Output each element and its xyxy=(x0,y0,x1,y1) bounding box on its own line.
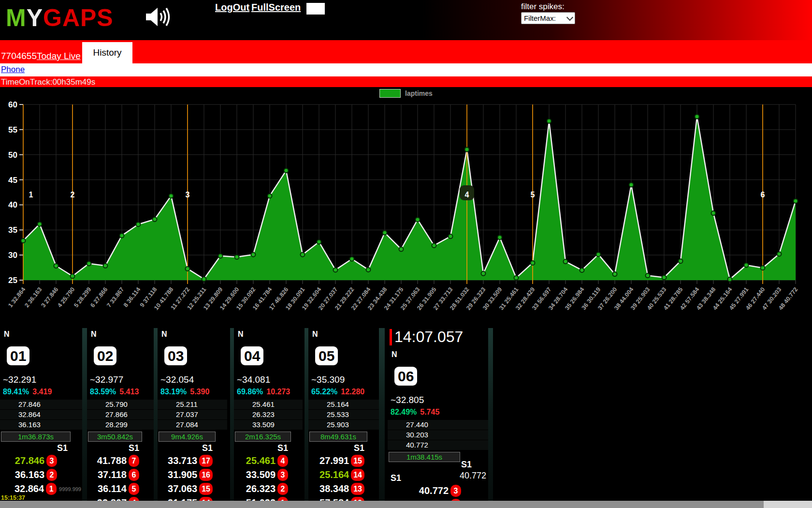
lap-point xyxy=(186,267,190,271)
logout-link[interactable]: LogOut xyxy=(215,2,249,13)
s1-row: 38.34813 xyxy=(308,482,379,496)
session-panels: N01~32.29189.41%3.41927.84632.86436.1631… xyxy=(0,328,812,508)
x-axis-label: 7 33.867 xyxy=(105,286,125,309)
x-axis-label: 8 36.114 xyxy=(122,286,142,308)
chevron-down-icon xyxy=(566,14,573,20)
session-marker-label: 3 xyxy=(186,191,190,199)
legend-label: laptimes xyxy=(405,90,433,97)
lap-point xyxy=(218,254,223,258)
s1-row: 33.5093 xyxy=(234,468,303,482)
svg-text:25: 25 xyxy=(8,276,17,285)
lap-point xyxy=(87,261,91,266)
lap-point xyxy=(481,271,486,276)
s1-header: S1 xyxy=(391,473,401,483)
best-lap: 27.866 xyxy=(87,410,154,419)
session-percent: 65.22% xyxy=(311,388,337,396)
live-clock-wrap: 14:07.057 xyxy=(388,328,488,346)
lap-number-badge: 14 xyxy=(351,469,364,481)
lap-point xyxy=(728,277,732,282)
lap-point xyxy=(54,264,58,268)
lap-point xyxy=(613,272,617,276)
s1-time: 27.991 xyxy=(319,455,349,466)
phone-link[interactable]: Phone xyxy=(1,65,25,75)
best-lap: 30.203 xyxy=(388,430,488,440)
lap-point xyxy=(399,247,404,252)
s1-row: 32.86419999.999 xyxy=(0,482,82,496)
s1-time: 40.772 xyxy=(419,485,449,496)
mygaps-logo: MYGAPS xyxy=(6,6,114,30)
best-lap: 25.461 xyxy=(234,400,303,409)
session-total-time: 8m49.631s xyxy=(309,432,367,442)
volume-icon[interactable] xyxy=(145,6,172,28)
svg-text:35: 35 xyxy=(8,225,17,235)
svg-text:60: 60 xyxy=(8,100,17,109)
lap-number-badge: 13 xyxy=(351,483,364,495)
session-letter: N xyxy=(312,330,318,339)
lap-point xyxy=(251,253,256,257)
lap-point xyxy=(71,274,75,278)
best-lap: 26.323 xyxy=(234,410,303,419)
scrollbar-thumb[interactable] xyxy=(0,501,764,508)
session-avg: ~32.291 xyxy=(3,374,36,385)
session-stats: 65.22%12.280 xyxy=(311,388,364,396)
logo-part-y: Y xyxy=(27,4,43,31)
panel-separator xyxy=(379,328,385,508)
session-letter: N xyxy=(238,330,244,339)
session-stats: 83.59%5.413 xyxy=(90,388,139,396)
cursor-bar xyxy=(390,329,392,345)
session-stats: 82.49%5.745 xyxy=(391,408,439,417)
tab-today-live[interactable]: Today Live xyxy=(37,51,81,61)
s1-time: 27.846 xyxy=(15,455,44,466)
lap-point xyxy=(284,168,289,173)
lap-point xyxy=(334,268,338,272)
time-on-track-bar: TimeOnTrack:00h35m49s xyxy=(0,76,812,87)
session-letter: N xyxy=(91,330,97,339)
lap-number-badge: 2 xyxy=(46,469,57,481)
best-lap: 25.790 xyxy=(87,400,154,409)
session-number-badge: 05 xyxy=(315,346,338,365)
lap-point xyxy=(711,211,716,215)
lap-point xyxy=(695,115,699,119)
best-lap: 25.903 xyxy=(308,420,379,430)
session-marker-label: 6 xyxy=(761,191,765,199)
session-number-badge: 02 xyxy=(94,346,116,365)
filter-limit-value: 9999.999 xyxy=(59,486,81,492)
session-marker-label: 4 xyxy=(465,191,469,199)
lap-point xyxy=(350,257,354,261)
session-marker-label: 5 xyxy=(531,191,535,199)
session-gap: 10.273 xyxy=(266,388,290,396)
lap-point xyxy=(202,277,206,281)
chart-legend: laptimes xyxy=(0,89,812,98)
lap-number-badge: 2 xyxy=(277,483,288,495)
s1-row: 33.71317 xyxy=(158,454,227,468)
session-total-time: 1m36.873s xyxy=(1,432,71,442)
lap-point xyxy=(580,268,584,272)
phone-strip: Phone xyxy=(0,63,812,76)
session-panel: 14:07.057N06~32.80582.49%5.74527.44030.2… xyxy=(388,328,488,508)
timestamp: 15:15:37 xyxy=(1,494,25,501)
lap-point xyxy=(136,222,141,226)
s1-row: 40.7723 xyxy=(388,484,488,498)
best-lap: 40.772 xyxy=(388,440,488,450)
logo-part-m: M xyxy=(6,4,27,31)
lap-point xyxy=(662,275,667,280)
session-panel: N04~34.08169.86%10.27325.46126.32333.509… xyxy=(234,328,303,508)
lap-point xyxy=(761,266,765,270)
session-marker-label: 2 xyxy=(71,191,75,199)
lap-number-badge: 15 xyxy=(351,455,364,467)
tab-history[interactable]: History xyxy=(82,42,132,63)
session-panel: N01~32.29189.41%3.41927.84632.86436.1631… xyxy=(0,328,82,508)
topbar-white-box[interactable] xyxy=(306,3,325,15)
horizontal-scrollbar[interactable] xyxy=(0,501,812,508)
lap-point xyxy=(235,255,239,259)
s1-time: 32.864 xyxy=(14,483,44,494)
s1-row: 31.90516 xyxy=(158,468,227,482)
lap-point xyxy=(153,217,157,222)
lap-point xyxy=(679,259,683,263)
session-letter: N xyxy=(4,330,10,339)
lap-point xyxy=(596,252,601,256)
fullscreen-link[interactable]: FullScreen xyxy=(251,2,301,13)
lap-point xyxy=(103,264,108,268)
filter-spikes-select[interactable]: FilterMax: xyxy=(521,12,575,24)
lap-number-badge: 3 xyxy=(450,485,461,497)
